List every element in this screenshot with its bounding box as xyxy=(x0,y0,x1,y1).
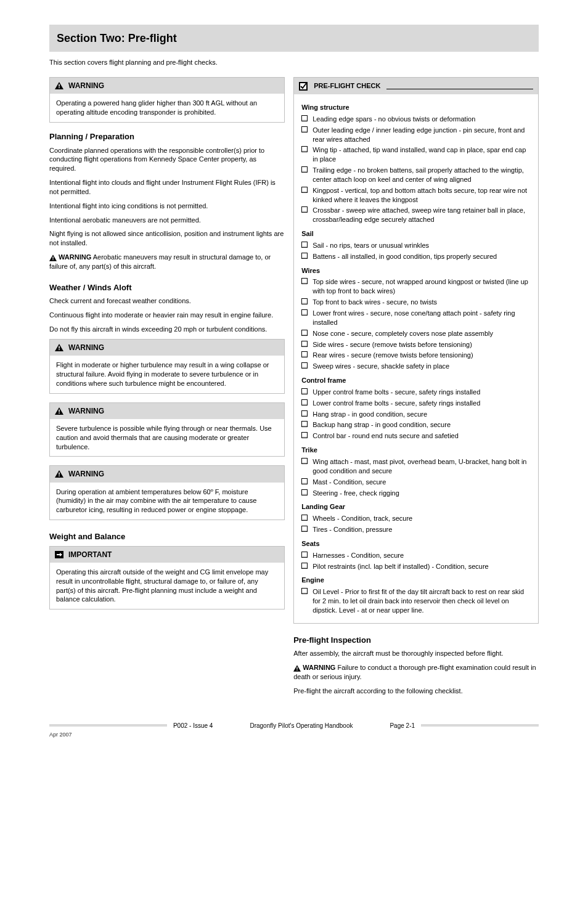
warning-body: Operating a powered hang glider higher t… xyxy=(56,99,278,117)
warning-label: WARNING xyxy=(68,406,104,416)
checklist-item: Wing attach - mast, mast pivot, overhead… xyxy=(301,457,531,476)
checklist-item-text: Trailing edge - no broken battens, sail … xyxy=(312,166,531,184)
checklist-item: Lower front wires - secure, nose cone/ta… xyxy=(301,309,531,327)
warning-icon xyxy=(55,82,63,89)
checklist-item: Mast - Condition, secure xyxy=(301,478,531,487)
preflight-checklist: PRE-FLIGHT CHECK Wing structureLeading e… xyxy=(293,77,539,624)
checklist-title: PRE-FLIGHT CHECK xyxy=(314,81,380,91)
checklist-group-label: Engine xyxy=(301,576,531,585)
inline-warning-label: WARNING xyxy=(303,664,335,671)
checklist-item: Pilot restraints (incl. lap belt if inst… xyxy=(301,562,531,571)
svg-rect-66 xyxy=(302,519,308,521)
svg-rect-76 xyxy=(297,667,298,669)
checkbox-icon xyxy=(301,187,308,193)
checklist-item-text: Top front to back wires - secure, no twi… xyxy=(312,298,531,307)
preflight-para: After assembly, the aircraft must be tho… xyxy=(293,649,539,658)
warning-label: WARNING xyxy=(68,343,104,353)
svg-rect-20 xyxy=(302,120,308,121)
svg-rect-74 xyxy=(302,592,308,594)
svg-rect-13 xyxy=(59,473,60,475)
checkbox-icon xyxy=(301,432,308,438)
weather-para: Continuous flight into moderate or heavi… xyxy=(49,311,285,320)
svg-rect-7 xyxy=(59,346,60,349)
checkbox-icon xyxy=(301,388,308,394)
weather-para: Do not fly this aircraft in winds exceed… xyxy=(49,325,285,334)
checklist-item: Sweep wires - secure, shackle safety in … xyxy=(301,362,531,371)
checklist-item-text: Wing tip - attached, tip wand installed,… xyxy=(312,145,531,164)
checklist-item-text: Hang strap - in good condition, secure xyxy=(312,410,531,419)
svg-rect-4 xyxy=(52,256,53,258)
checkbox-icon xyxy=(301,115,308,121)
svg-rect-40 xyxy=(302,314,308,316)
inline-warning-label: WARNING xyxy=(59,253,91,261)
svg-rect-70 xyxy=(302,556,308,558)
svg-rect-58 xyxy=(302,436,308,438)
weight-heading: Weight and Balance xyxy=(49,531,285,542)
checkbox-icon xyxy=(301,588,308,594)
checkbox-icon xyxy=(301,341,308,347)
svg-rect-54 xyxy=(302,415,308,417)
checklist-item-text: Pilot restraints (incl. lap belt if inst… xyxy=(312,562,531,571)
checklist-group-label: Trike xyxy=(301,446,531,455)
checklist-item: Backup hang strap - in good condition, s… xyxy=(301,420,531,430)
checklist-group-label: Wires xyxy=(301,266,531,275)
checklist-item-text: Rear wires - secure (remove twists befor… xyxy=(312,351,531,360)
checklist-item-text: Upper control frame bolts - secure, safe… xyxy=(312,388,531,397)
warning-icon xyxy=(55,344,63,351)
checkbox-icon xyxy=(301,458,308,464)
checkbox-icon xyxy=(301,478,308,484)
svg-rect-38 xyxy=(302,303,308,304)
planning-para: Night flying is not allowed since antico… xyxy=(49,229,285,248)
checkbox-icon xyxy=(301,362,308,369)
checklist-item-text: Sail - no rips, tears or unusual wrinkle… xyxy=(312,241,531,250)
warning-body: Severe turbulence is possible while flyi… xyxy=(56,424,278,452)
planning-para: Intentional aerobatic maneuvers are not … xyxy=(49,216,285,225)
svg-rect-26 xyxy=(302,171,308,173)
checkbox-icon xyxy=(301,253,308,259)
checklist-item-text: Wheels - Condition, track, secure xyxy=(312,514,531,523)
checklist-group-label: Sail xyxy=(301,229,531,238)
checklist-item-text: Side wires - secure (remove twists befor… xyxy=(312,340,531,349)
checklist-item-text: Backup hang strap - in good condition, s… xyxy=(312,420,531,430)
svg-rect-28 xyxy=(302,191,308,193)
checklist-item-text: Leading edge spars - no obvious twists o… xyxy=(312,115,531,124)
checklist-item: Sail - no rips, tears or unusual wrinkle… xyxy=(301,241,531,250)
svg-rect-30 xyxy=(302,211,308,213)
warning-label: WARNING xyxy=(68,469,104,479)
checklist-item-text: Top side wires - secure, not wrapped aro… xyxy=(312,277,531,296)
checkbox-icon xyxy=(301,278,308,284)
check-icon xyxy=(299,82,308,91)
checklist-item-text: Oil Level - Prior to first fit of the da… xyxy=(312,587,531,615)
svg-rect-5 xyxy=(52,259,53,259)
checklist-item-text: Sweep wires - secure, shackle safety in … xyxy=(312,362,531,371)
checklist-item: Leading edge spars - no obvious twists o… xyxy=(301,115,531,124)
checkbox-icon xyxy=(301,351,308,357)
checklist-item-text: Mast - Condition, secure xyxy=(312,478,531,487)
svg-rect-77 xyxy=(297,669,298,670)
checkbox-icon xyxy=(301,126,308,132)
footer-date: Apr 2007 xyxy=(49,731,539,738)
svg-rect-34 xyxy=(302,257,308,259)
warning-transponder: WARNING Operating a powered hang glider … xyxy=(49,77,285,123)
svg-rect-10 xyxy=(59,409,60,412)
checklist-item: Battens - all installed, in good conditi… xyxy=(301,252,531,261)
checklist-item: Side wires - secure (remove twists befor… xyxy=(301,340,531,349)
checklist-item: Oil Level - Prior to first fit of the da… xyxy=(301,587,531,615)
checklist-item: Kingpost - vertical, top and bottom atta… xyxy=(301,186,531,205)
warning-icon xyxy=(293,665,301,672)
footer-title: Dragonfly Pilot's Operating Handbook xyxy=(250,722,353,730)
checklist-item-text: Tires - Condition, pressure xyxy=(312,525,531,534)
checkbox-icon xyxy=(301,563,308,569)
preflight-para: Pre-flight the aircraft according to the… xyxy=(293,687,539,696)
svg-rect-8 xyxy=(59,349,60,351)
svg-rect-44 xyxy=(302,345,308,347)
checkbox-icon xyxy=(301,309,308,316)
warning-label: WARNING xyxy=(68,81,104,91)
checkbox-icon xyxy=(301,242,308,248)
checklist-item-text: Nose cone - secure, completely covers no… xyxy=(312,329,531,338)
checklist-title-line xyxy=(386,89,533,89)
checkbox-icon xyxy=(301,206,308,213)
preflight-inspection-heading: Pre-flight Inspection xyxy=(293,635,539,646)
footer-rule xyxy=(49,724,167,727)
svg-rect-2 xyxy=(59,88,60,89)
